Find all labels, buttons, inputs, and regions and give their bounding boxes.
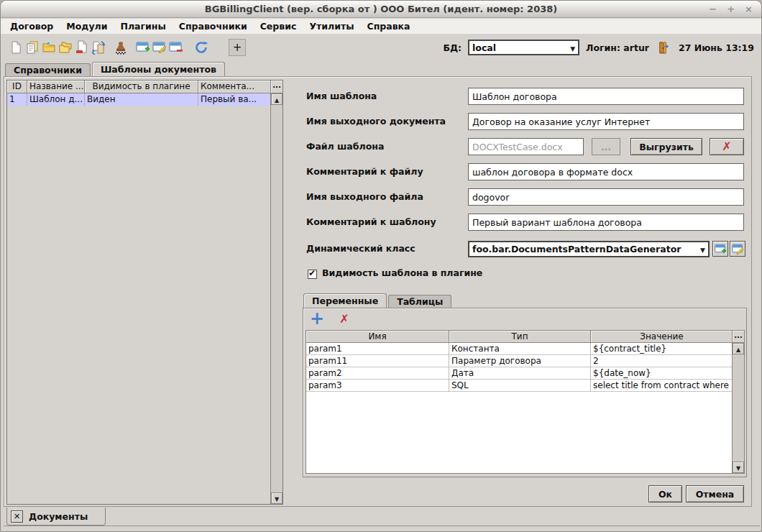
add-variable-button[interactable]: [308, 311, 326, 326]
templates-table-header: ID Название ... Видимость в плагине Комм…: [7, 81, 272, 93]
db-select-value: local: [472, 42, 496, 53]
tab-spravochniki[interactable]: Справочники: [5, 63, 91, 77]
remove-window-icon[interactable]: [168, 40, 184, 55]
menu-spravochniki[interactable]: Справочники: [173, 19, 254, 33]
col-header-visibility[interactable]: Видимость в плагине: [85, 81, 198, 93]
delete-variable-button[interactable]: [336, 311, 353, 327]
folders-icon[interactable]: [58, 40, 73, 55]
table-row[interactable]: 1 Шаблон д... Виден Первый ва...: [7, 93, 272, 106]
template-comment-label: Комментарий к шаблону: [306, 214, 436, 231]
col-header-name[interactable]: Название ...: [27, 81, 85, 93]
scroll-up-button[interactable]: [733, 343, 744, 354]
visibility-checkbox-label: Видимость шаблона в плагине: [322, 267, 482, 278]
col-header-id[interactable]: ID: [7, 81, 27, 93]
table-row[interactable]: param2 Дата ${date_now}: [306, 367, 733, 380]
delete-document-icon[interactable]: [74, 40, 90, 55]
minimize-button[interactable]: −: [709, 1, 717, 18]
cell-var-name: param1: [306, 343, 449, 355]
menu-utility[interactable]: Утилиты: [303, 19, 360, 33]
edit-window-icon: [732, 243, 744, 255]
scroll-down-button[interactable]: [271, 492, 283, 504]
template-name-label: Имя шаблона: [306, 88, 377, 105]
maximize-button[interactable]: +: [727, 1, 735, 18]
upload-button[interactable]: Выгрузить: [630, 138, 702, 155]
cell-var-type: Константа: [449, 343, 591, 355]
db-select[interactable]: local: [468, 40, 579, 55]
scroll-down-button[interactable]: [733, 462, 744, 473]
output-document-name-label: Имя выходного документа: [306, 113, 446, 130]
template-comment-input[interactable]: [468, 214, 744, 231]
tab-peremennye[interactable]: Переменные: [303, 293, 387, 308]
toolbar-right: БД: local Логин: artur 27 Июнь 13:19: [443, 34, 754, 61]
tab-shablony-dokumentov[interactable]: Шаблоны документов: [92, 62, 225, 77]
menu-servis[interactable]: Сервис: [254, 19, 303, 33]
output-file-name-label: Имя выходного файла: [306, 188, 423, 206]
inner-tab-bar: Переменные Таблицы: [303, 293, 453, 308]
arrow-up-icon: [275, 94, 279, 104]
ok-button[interactable]: Ок: [648, 485, 682, 503]
chevron-down-icon: [570, 42, 575, 53]
edit-class-button[interactable]: [730, 241, 745, 257]
cell-var-value: 2: [591, 355, 733, 367]
open-folder-icon[interactable]: [41, 40, 57, 55]
file-comment-input[interactable]: [468, 163, 744, 180]
window-title: BGBillingClient (вер. сборка от ) ООО Би…: [205, 4, 557, 14]
column-options-button[interactable]: ...: [270, 81, 283, 93]
table-row[interactable]: param11 Параметр договора 2: [306, 355, 733, 367]
cell-var-type: Дата: [449, 367, 591, 380]
table-row[interactable]: param1 Константа ${contract_title}: [306, 343, 733, 355]
dynamic-class-select[interactable]: foo.bar.DocumentsPatternDataGenerator: [468, 241, 710, 257]
scroll-up-button[interactable]: [271, 93, 283, 105]
add-class-button[interactable]: [712, 241, 728, 257]
menu-spravka[interactable]: Справка: [360, 19, 416, 33]
menu-plaginy[interactable]: Плагины: [114, 19, 172, 33]
arrow-down-icon: [736, 462, 740, 472]
arrow-down-icon: [275, 493, 279, 503]
col-header-comment[interactable]: Коммента...: [198, 81, 272, 93]
add-window-icon[interactable]: [135, 40, 151, 55]
stamp-icon[interactable]: [113, 40, 129, 55]
tab-tablitsy[interactable]: Таблицы: [388, 295, 451, 308]
cell-comment: Первый ва...: [198, 93, 272, 106]
refresh-icon[interactable]: [193, 40, 209, 55]
bottom-tab-dokumenty[interactable]: ✕ Документы: [6, 508, 106, 526]
col-header-var-name[interactable]: Имя: [306, 331, 449, 343]
variables-table-scrollbar[interactable]: [732, 343, 744, 473]
output-document-name-input[interactable]: [468, 113, 744, 130]
new-document-icon[interactable]: [8, 40, 24, 55]
dynamic-class-label: Динамический класс: [306, 240, 416, 257]
add-tab-button[interactable]: +: [229, 39, 246, 56]
bottom-tab-label: Документы: [29, 511, 88, 522]
cancel-button[interactable]: Отмена: [686, 485, 744, 503]
cell-visibility: Виден: [85, 93, 198, 106]
table-row[interactable]: param3 SQL select title from contract wh…: [306, 380, 733, 392]
reload-document-icon[interactable]: [91, 40, 106, 55]
db-label: БД:: [443, 42, 462, 53]
delete-file-button[interactable]: [710, 138, 744, 155]
menu-moduli[interactable]: Модули: [60, 19, 114, 33]
template-file-label: Файл шаблона: [306, 138, 384, 155]
menu-dogovor[interactable]: Договор: [4, 19, 60, 33]
arrow-up-icon: [736, 344, 740, 354]
exit-door-icon[interactable]: [656, 40, 671, 55]
copy-document-icon[interactable]: [24, 40, 40, 55]
templates-table: ID Название ... Видимость в плагине Комм…: [6, 80, 283, 505]
close-button[interactable]: ×: [745, 1, 753, 18]
close-tab-button[interactable]: ✕: [11, 510, 23, 523]
template-name-input[interactable]: [468, 88, 744, 105]
column-options-button[interactable]: ...: [732, 331, 744, 343]
templates-table-scrollbar[interactable]: [270, 93, 283, 504]
plus-icon: [310, 310, 324, 327]
cell-var-name: param11: [306, 355, 449, 367]
bottom-divider: [4, 526, 760, 526]
col-header-var-value[interactable]: Значение: [591, 331, 733, 343]
browse-file-button[interactable]: ...: [592, 138, 620, 155]
visibility-checkbox[interactable]: [308, 270, 317, 279]
file-comment-label: Комментарий к файлу: [306, 163, 423, 180]
output-file-name-input[interactable]: [468, 188, 744, 206]
template-file-input: [468, 138, 584, 155]
delete-x-icon: [722, 141, 731, 152]
app-window: BGBillingClient (вер. сборка от ) ООО Би…: [0, 0, 762, 532]
edit-window-icon[interactable]: [152, 40, 167, 55]
col-header-var-type[interactable]: Тип: [449, 331, 591, 343]
